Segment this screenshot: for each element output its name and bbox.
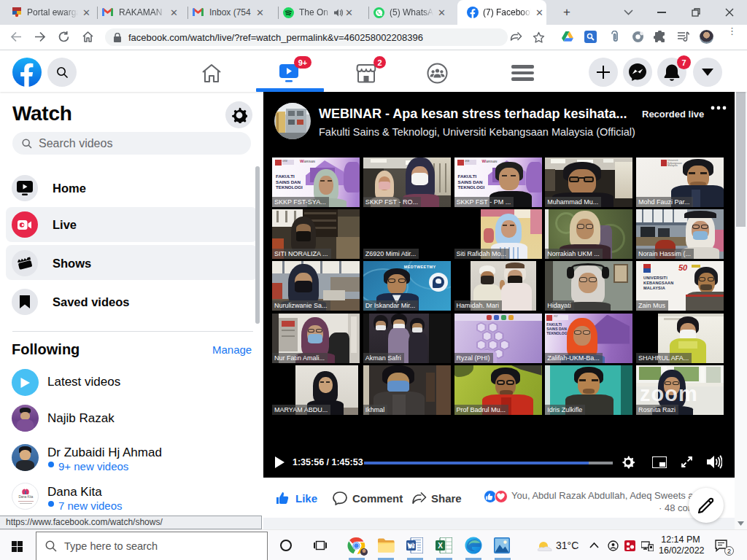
svg-text:W: W — [409, 542, 415, 550]
svg-text:X: X — [438, 542, 443, 550]
